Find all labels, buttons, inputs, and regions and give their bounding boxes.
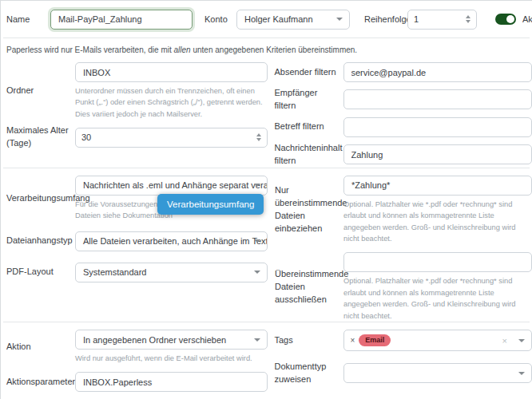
inhalt-label: Nachrichteninhalt filtern [275,142,343,168]
verarbeitungsumfang-group: Verarbeitungsumfang Nachrichten als .eml… [6,176,268,222]
aktion-select[interactable]: In angegebenen Ordner verschieben [75,330,268,350]
chevron-down-icon [336,18,343,21]
dokumenttyp-select[interactable] [343,363,532,383]
tags-group: Tags × Email × [275,330,532,351]
dateianhangstyp-value: Alle Dateien verarbeiten, auch Anhänge i… [83,236,268,246]
absender-group: Absender filtern [275,62,532,82]
pdf-layout-select[interactable]: Systemstandard [75,263,268,282]
filter-column-right: Absender filtern Empfänger filtern Betre… [268,62,532,168]
chevron-down-icon [254,338,260,342]
betreff-label: Betreff filtern [275,120,343,133]
dateianhangstyp-group: Dateianhangstyp Alle Dateien verarbeiten… [6,231,268,251]
tags-label: Tags [275,334,343,347]
reihenfolge-stepper[interactable]: 1 [407,10,477,30]
dokumenttyp-label: Dokumenttyp zuweisen [275,361,343,386]
aktionsparameter-group: Aktionsparameter [6,372,268,392]
action-column-right: Tags × Email × Dokumenttyp zuweisen Korr… [268,330,532,399]
tag-chip: Email [359,334,391,347]
aktiviert-toggle[interactable] [495,14,516,25]
chevron-down-icon [254,184,260,187]
max-alter-group: Maximales Alter (Tage) 30 [6,124,268,150]
einbeziehen-input[interactable] [343,176,532,196]
max-alter-value: 30 [81,132,91,142]
step-down-icon[interactable] [466,20,470,23]
max-alter-stepper[interactable]: 30 [75,128,268,148]
betreff-group: Betreff filtern [275,117,532,137]
verarbeitungsumfang-tooltip: Verarbeitungsumfang [157,194,264,215]
name-label: Name [6,14,50,24]
stepper-icons[interactable] [256,133,261,142]
reihenfolge-label: Reihenfolge [364,14,407,24]
betreff-input[interactable] [343,117,532,137]
aktion-value: In angegebenen Ordner verschieben [83,335,226,345]
processing-section: Verarbeitungsumfang Nachrichten als .eml… [1,168,532,322]
einbeziehen-label: Nur übereinstimmende Dateien einbeziehen [275,184,343,235]
aktionsparameter-label: Aktionsparameter [6,376,75,389]
processing-column-left: Verarbeitungsumfang Nachrichten als .eml… [1,176,268,282]
max-alter-label: Maximales Alter (Tage) [6,124,75,150]
pdf-layout-label: PDF-Layout [6,266,75,279]
empfaenger-group: Empfänger filtern [275,87,532,113]
step-up-icon[interactable] [256,133,261,136]
criteria-hint-emphasis: allen [174,45,191,54]
pdf-layout-value: Systemstandard [83,267,146,277]
konto-select-value: Holger Kaufmann [244,14,313,24]
chevron-down-icon [254,239,260,243]
action-section: Aktion In angegebenen Ordner verschieben… [1,322,532,399]
toggle-knob-icon [506,15,514,23]
verarbeitungsumfang-select[interactable]: Nachrichten als .eml und Anhänge separat… [75,176,268,196]
processing-column-right: Nur übereinstimmende Dateien einbeziehen… [268,176,532,322]
einbeziehen-group: Nur übereinstimmende Dateien einbeziehen… [275,176,532,245]
reihenfolge-value: 1 [414,14,419,24]
divider [3,38,530,38]
ausschliessen-label: Übereinstimmende Dateien ausschließen [275,268,343,306]
dateianhangstyp-select[interactable]: Alle Dateien verarbeiten, auch Anhänge i… [75,231,268,251]
criteria-hint: Paperless wird nur E-Mails verarbeiten, … [6,45,526,54]
dokumenttyp-group: Dokumenttyp zuweisen [275,361,532,386]
aktion-help: Wird nur ausgeführt, wenn die E-Mail ver… [75,353,268,364]
filter-column-left: Ordner Unterordner müssen durch ein Tren… [1,62,268,150]
name-input[interactable] [50,10,193,30]
chevron-down-icon [254,271,260,274]
criteria-hint-post: unten angegebenen Kriterien übereinstimm… [191,45,357,54]
inhalt-group: Nachrichteninhalt filtern [275,142,532,168]
ausschliessen-input[interactable] [343,252,532,272]
aktion-group: Aktion In angegebenen Ordner verschieben… [6,330,268,364]
einbeziehen-help: Optional. Platzhalter wie *.pdf oder *re… [343,199,532,245]
ausschliessen-group: Übereinstimmende Dateien ausschließen Op… [275,252,532,322]
absender-input[interactable] [343,62,532,82]
verarbeitungsumfang-label: Verarbeitungsumfang [6,192,75,205]
ordner-label: Ordner [6,85,75,97]
tags-select[interactable]: × Email × [343,330,532,351]
aktionsparameter-input[interactable] [75,372,268,392]
step-down-icon[interactable] [256,138,261,141]
ordner-help: Unterordner müssen durch ein Trennzeiche… [75,85,268,120]
ordner-input[interactable] [75,62,268,82]
konto-label: Konto [204,14,236,24]
empfaenger-input[interactable] [343,89,532,109]
inhalt-input[interactable] [343,144,532,164]
pdf-layout-group: PDF-Layout Systemstandard [6,263,268,282]
filter-section: Ordner Unterordner müssen durch ein Tren… [1,62,532,168]
dateianhangstyp-label: Dateianhangstyp [6,235,75,247]
chip-remove-icon[interactable]: × [351,336,355,345]
clear-all-icon[interactable]: × [502,336,507,346]
konto-select[interactable]: Holger Kaufmann [236,10,350,30]
criteria-hint-pre: Paperless wird nur E-Mails verarbeiten, … [6,45,174,54]
ausschliessen-help: Optional. Platzhalter wie *.pdf oder *re… [343,275,532,322]
aktion-label: Aktion [6,341,75,354]
aktiviert-label: Aktiviert [522,14,532,24]
rule-header-row: Name Konto Holger Kaufmann Reihenfolge 1… [1,1,532,38]
absender-label: Absender filtern [275,66,343,79]
chevron-down-icon [518,372,525,375]
stepper-icons[interactable] [466,15,470,24]
chevron-down-icon [518,339,525,342]
verarbeitungsumfang-value: Nachrichten als .eml und Anhänge separat… [83,180,268,190]
ordner-group: Ordner Unterordner müssen durch ein Tren… [6,62,268,120]
action-column-left: Aktion In angegebenen Ordner verschieben… [1,330,268,399]
empfaenger-label: Empfänger filtern [275,87,343,113]
step-up-icon[interactable] [466,15,470,18]
